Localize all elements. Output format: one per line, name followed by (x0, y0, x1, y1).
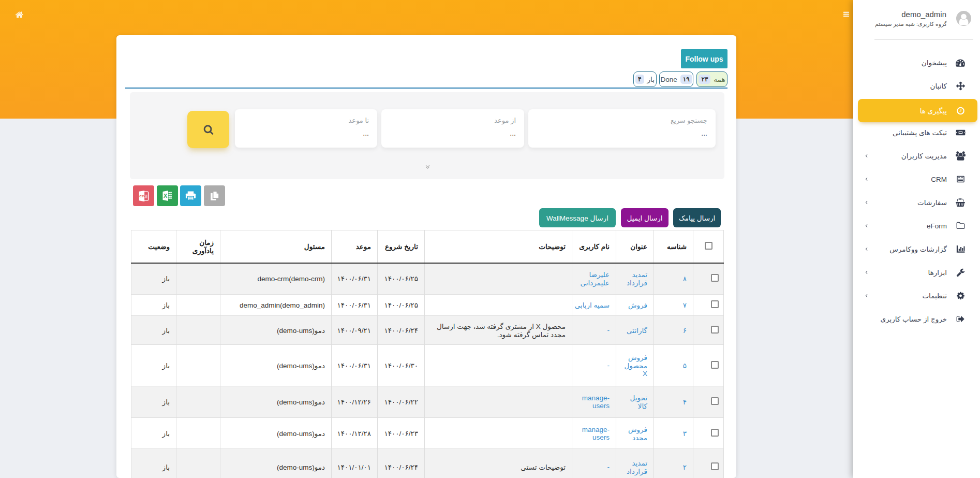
svg-text:csv: csv (139, 194, 145, 198)
svg-text:X: X (163, 193, 167, 199)
